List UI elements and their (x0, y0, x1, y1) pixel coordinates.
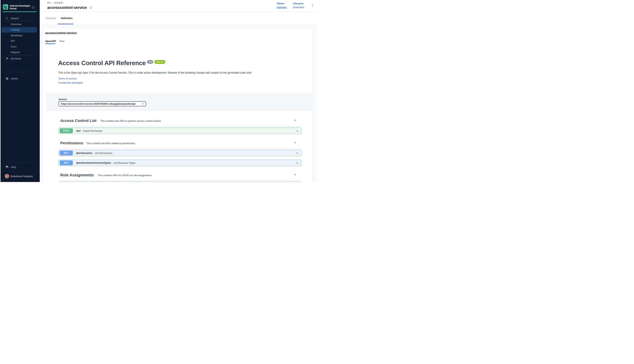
sidebar-item-docs[interactable]: Docs (0, 44, 40, 49)
chevron-up-icon (294, 141, 296, 144)
entity-tabs: Overview Definition (40, 12, 317, 24)
user-name: Debabrata Panigrahi (10, 175, 33, 178)
terms-of-service-link[interactable]: Terms of service (58, 77, 76, 80)
owner-link[interactable]: plplayacc (277, 6, 287, 9)
lifecycle-label: Lifecycle (293, 2, 304, 5)
owner-meta: Owner plplayacc (277, 2, 287, 9)
lifecycle-meta: Lifecycle production (293, 2, 304, 9)
method-badge: POST (60, 128, 73, 133)
server-url: https://accesscontrol-service-6d45755484… (59, 102, 136, 105)
api-doc-title: Access Control API Reference (58, 60, 146, 67)
sidebar-divider (5, 162, 34, 162)
server-select[interactable]: https://accesscontrol-service-6d45755484… (58, 101, 146, 106)
servers-label: Servers (58, 98, 67, 101)
kebab-menu-icon[interactable] (311, 3, 314, 9)
section-header[interactable]: Permissions This contains the APIs relat… (58, 141, 302, 146)
definition-card: accesscontrol-service OpenAPI Raw Access… (42, 28, 313, 182)
svg-text:?: ? (6, 166, 7, 167)
section-divider (58, 180, 302, 180)
content-area: accesscontrol-service OpenAPI Raw Access… (40, 24, 317, 182)
sidebar-item-search[interactable]: Search (0, 16, 40, 21)
contact-developer-link[interactable]: Contact the developer (58, 81, 83, 84)
sidebar-item-overview[interactable]: Overview (0, 22, 40, 26)
sidebar-accent-rule (3, 12, 36, 12)
operation-post-acl[interactable]: POST /acl Check Permission (58, 128, 302, 134)
sidebar-search-label: Search (11, 17, 19, 20)
app-root: Internal Developer Portal Search Overvie… (0, 0, 317, 182)
portal-logo-icon (3, 4, 8, 10)
favorite-star-icon[interactable] (89, 6, 92, 10)
tab-openapi[interactable]: OpenAPI (45, 40, 56, 42)
tab-raw[interactable]: Raw (60, 40, 64, 42)
card-title: accesscontrol-service (45, 32, 77, 35)
tab-overview[interactable]: Overview (46, 12, 56, 24)
apps-grid-icon[interactable] (32, 6, 35, 9)
window-edge (0, 0, 0, 182)
help-chat-icon: ? (6, 165, 9, 169)
method-badge: GET (60, 150, 73, 156)
chevron-down-icon (296, 152, 299, 155)
sidebar-item-register[interactable]: Register (0, 50, 40, 54)
method-badge: GET (60, 160, 73, 165)
chevron-down-icon (142, 103, 144, 105)
operation-get-resourcetypes[interactable]: GET /permissions/resourcetypes List Reso… (58, 160, 302, 166)
card-tab-indicator (45, 44, 55, 44)
section-access-control-list: Access Control List This contains the AP… (58, 118, 302, 123)
sidebar-item-help[interactable]: ? Help (0, 164, 40, 170)
page-header: API — OPENAPI accesscontrol-service Owne… (40, 0, 317, 12)
main-area: API — OPENAPI accesscontrol-service Owne… (40, 0, 317, 182)
page-title: accesscontrol-service (47, 6, 87, 10)
owner-label: Owner (277, 2, 287, 5)
chevron-up-icon (294, 173, 296, 176)
sidebar-divider (5, 21, 34, 21)
section-permissions: Permissions This contains the APIs relat… (58, 141, 302, 146)
wrench-icon (6, 57, 8, 60)
tab-definition[interactable]: Definition (61, 12, 72, 24)
api-title-row: Access Control API Reference 1.0 OAS 3.0 (58, 60, 165, 67)
api-description: This is the Open Api Spec 3 for the Acce… (58, 71, 252, 74)
lifecycle-value: production (293, 6, 304, 9)
section-header[interactable]: Access Control List This contains the AP… (58, 118, 302, 123)
section-role-assignments: Role Assignments This contains APIs for … (58, 173, 302, 178)
operation-get-permissions[interactable]: GET /permissions List Permissions (58, 150, 302, 156)
portal-title: Internal Developer Portal (10, 4, 32, 10)
sidebar-item-catalog[interactable]: Catalog (1, 27, 37, 32)
gear-icon (6, 77, 9, 80)
sidebar-user[interactable]: DP Debabrata Panigrahi (0, 174, 40, 178)
chevron-down-icon (296, 130, 299, 132)
servers-panel: Servers https://accesscontrol-service-6d… (46, 93, 313, 111)
chevron-down-icon (296, 162, 299, 164)
search-icon (6, 17, 8, 20)
app-logo[interactable]: Internal Developer Portal (3, 4, 32, 10)
sidebar-item-api[interactable]: API (0, 38, 40, 43)
section-header[interactable]: Role Assignments This contains APIs for … (58, 173, 302, 178)
sidebar: Internal Developer Portal Search Overvie… (0, 0, 40, 182)
avatar: DP (5, 174, 9, 178)
sidebar-item-devtools[interactable]: DevTools (0, 56, 40, 61)
version-badge: 1.0 (147, 60, 153, 64)
sidebar-item-workflows[interactable]: Workflows (0, 33, 40, 38)
chevron-up-icon (294, 119, 296, 122)
breadcrumb: API — OPENAPI (47, 2, 63, 4)
oas-badge: OAS 3.0 (154, 60, 165, 64)
operation-row-clipped[interactable] (58, 182, 302, 182)
sidebar-item-admin[interactable]: Admin (0, 76, 40, 81)
